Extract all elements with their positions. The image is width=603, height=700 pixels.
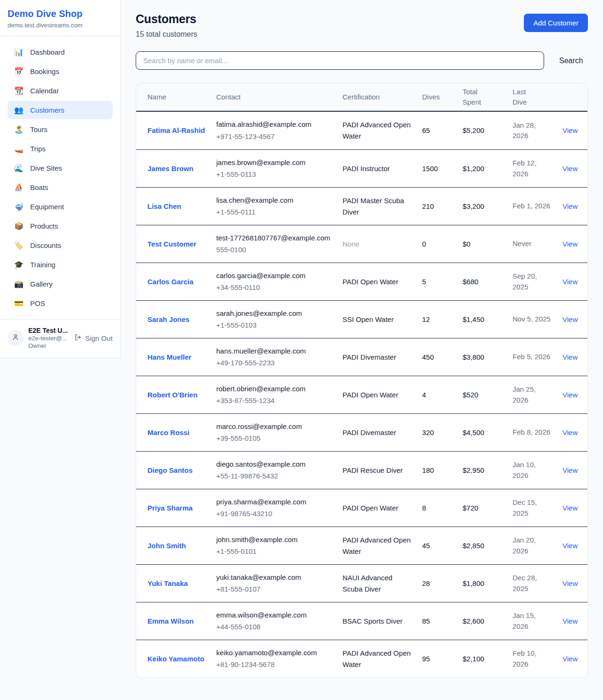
nav-item-label: Products [30, 222, 58, 230]
customer-name-link[interactable]: Yuki Tanaka [147, 579, 188, 587]
customer-name-link[interactable]: Test Customer [147, 240, 196, 248]
customer-name-link[interactable]: Lisa Chen [147, 202, 181, 210]
nav-item-label: Discounts [30, 241, 61, 249]
customer-total-spent: $5,200 [463, 126, 484, 134]
view-customer-link[interactable]: View [562, 428, 578, 436]
view-customer-link[interactable]: View [562, 504, 578, 512]
view-customer-link[interactable]: View [562, 353, 578, 361]
sidebar-item-tours[interactable]: 🏝️ Tours [8, 120, 113, 139]
customer-total-spent: $2,600 [463, 617, 484, 625]
view-customer-link[interactable]: View [562, 466, 578, 474]
customer-name-link[interactable]: Diego Santos [147, 466, 193, 474]
sidebar-item-dive-sites[interactable]: 🌊 Dive Sites [8, 159, 113, 177]
customer-phone: +1-555-0101 [216, 546, 333, 557]
customer-phone: +81-555-0107 [216, 584, 333, 595]
view-customer-link[interactable]: View [562, 165, 578, 173]
view-customer-link[interactable]: View [562, 391, 578, 399]
nav-item-icon: 📸 [14, 280, 24, 288]
sidebar-item-equipment[interactable]: 🤿 Equipment [8, 198, 113, 216]
nav-item-label: Training [30, 261, 56, 269]
table-row: John Smith john.smith@example.com +1-555… [136, 527, 587, 564]
customer-certification: PADI Advanced Open Water [342, 121, 411, 140]
customer-certification: PADI Divemaster [342, 353, 396, 361]
sidebar-item-bookings[interactable]: 📅 Bookings [8, 62, 113, 81]
column-header: Name [147, 92, 216, 103]
customer-name-link[interactable]: James Brown [147, 165, 194, 173]
customer-count: 15 total customers [136, 30, 197, 39]
search-button[interactable]: Search [558, 55, 584, 67]
customer-certification: PADI Advanced Open Water [342, 536, 411, 555]
customer-name-link[interactable]: Hans Mueller [147, 353, 191, 361]
view-customer-link[interactable]: View [562, 579, 578, 587]
table-row: Robert O'Brien robert.obrien@example.com… [136, 376, 587, 413]
customer-name-link[interactable]: Carlos Garcia [147, 278, 194, 286]
view-customer-link[interactable]: View [562, 202, 578, 210]
customer-certification: None [342, 240, 359, 248]
customer-email: priya.sharma@example.com [216, 497, 333, 508]
view-customer-link[interactable]: View [562, 278, 578, 286]
customer-name-link[interactable]: John Smith [147, 542, 186, 550]
customer-name-link[interactable]: Robert O'Brien [147, 391, 197, 399]
customer-email: test-1772681807767@example.com [216, 233, 333, 244]
customer-dives: 450 [422, 353, 434, 361]
customer-certification: PADI Open Water [342, 391, 398, 399]
sidebar-item-dashboard[interactable]: 📊 Dashboard [8, 43, 113, 61]
customer-name-link[interactable]: Fatima Al-Rashid [147, 126, 205, 134]
sidebar-item-boats[interactable]: ⛵ Boats [8, 178, 113, 197]
customer-email: emma.wilson@example.com [216, 610, 333, 621]
customer-last-dive: Jan 28, 2026 [513, 121, 536, 140]
customer-name-link[interactable]: Emma Wilson [147, 617, 194, 625]
customer-phone: 555-0100 [216, 245, 333, 255]
table-row: Keiko Yamamoto keiko.yamamoto@example.co… [136, 640, 587, 677]
sidebar-item-calendar[interactable]: 📆 Calendar [8, 82, 113, 100]
customer-total-spent: $520 [463, 391, 478, 399]
customer-email: marco.rossi@example.com [216, 421, 333, 432]
customer-dives: 28 [422, 579, 430, 587]
customer-last-dive: Feb 1, 2026 [513, 202, 550, 210]
nav-item-icon: 📦 [14, 222, 24, 231]
customer-email: sarah.jones@example.com [216, 308, 333, 319]
sidebar: Demo Dive Shop demo.test.divestreams.com… [0, 0, 121, 358]
customer-name-link[interactable]: Marco Rossi [147, 428, 189, 436]
customer-dives: 65 [422, 126, 430, 134]
nav-item-label: Dashboard [30, 48, 65, 56]
customer-email: yuki.tanaka@example.com [216, 572, 333, 583]
view-customer-link[interactable]: View [562, 126, 578, 134]
customer-name-link[interactable]: Keiko Yamamoto [147, 655, 204, 663]
nav-item-label: Calendar [30, 87, 59, 95]
table-row: Test Customer test-1772681807767@example… [136, 225, 587, 263]
sidebar-item-products[interactable]: 📦 Products [8, 217, 113, 235]
add-customer-button[interactable]: Add Customer [524, 14, 588, 32]
sidebar-item-trips[interactable]: 🚤 Trips [8, 140, 113, 158]
table-row: Yuki Tanaka yuki.tanaka@example.com +81-… [136, 564, 587, 602]
customer-phone: +39-555-0105 [216, 433, 333, 444]
sidebar-item-discounts[interactable]: 🏷️ Discounts [8, 236, 113, 255]
view-customer-link[interactable]: View [562, 617, 578, 625]
table-row: Fatima Al-Rashid fatima.alrashid@example… [136, 112, 587, 149]
view-customer-link[interactable]: View [562, 240, 578, 248]
sign-out-button[interactable]: Sign Out [74, 333, 113, 343]
sidebar-item-training[interactable]: 🎓 Training [8, 255, 113, 274]
user-role: Owner [28, 342, 69, 349]
nav-item-icon: 👥 [14, 106, 24, 115]
customer-name-link[interactable]: Sarah Jones [147, 315, 189, 323]
nav-item-label: Equipment [30, 203, 64, 211]
view-customer-link[interactable]: View [562, 542, 578, 550]
nav-item-icon: 🚤 [14, 144, 24, 153]
customer-total-spent: $3,800 [463, 353, 484, 361]
sidebar-item-pos[interactable]: 💳 POS [8, 294, 113, 313]
customer-phone: +44-555-0108 [216, 622, 333, 633]
nav-item-label: Bookings [30, 67, 59, 75]
search-input[interactable] [136, 51, 544, 70]
sidebar-user-panel: E2E Test U... e2e-tester@... Owner Sign … [0, 319, 120, 358]
sidebar-item-customers[interactable]: 👥 Customers [8, 101, 113, 119]
nav-item-icon: 📅 [14, 67, 24, 76]
sidebar-item-gallery[interactable]: 📸 Gallery [8, 275, 113, 293]
view-customer-link[interactable]: View [562, 655, 578, 663]
app-root: Demo Dive Shop demo.test.divestreams.com… [0, 0, 603, 689]
page-title: Customers [136, 12, 197, 26]
customer-phone: +91-98765-43210 [216, 509, 333, 519]
page-header: Customers 15 total customers Add Custome… [136, 12, 588, 39]
customer-name-link[interactable]: Priya Sharma [147, 504, 193, 512]
view-customer-link[interactable]: View [562, 315, 578, 323]
